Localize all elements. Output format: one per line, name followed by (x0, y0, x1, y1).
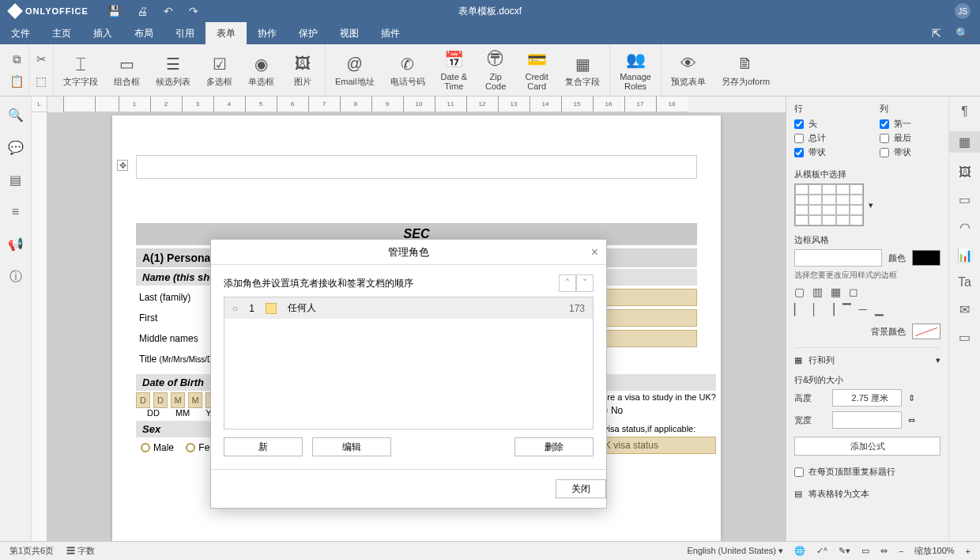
vertical-ruler[interactable] (32, 112, 47, 541)
dropdown-button[interactable]: ☰候选列表 (149, 51, 197, 89)
anchor-icon[interactable]: ✥ (117, 160, 128, 171)
zoom-out-icon[interactable]: − (899, 547, 903, 556)
chevron-down-icon[interactable]: ▾ (869, 200, 873, 210)
close-dialog-button[interactable]: 关闭 (556, 479, 606, 498)
sex-male-radio[interactable]: Male (141, 442, 174, 453)
chevron-down-icon[interactable]: ▾ (936, 355, 940, 365)
row-total-chk[interactable]: 总计 (794, 132, 856, 144)
image-settings-icon[interactable]: 🖼 (959, 165, 971, 180)
word-count[interactable]: ☰ 字数 (66, 545, 95, 557)
border-all-icon[interactable]: ▦ (831, 286, 841, 298)
move-down-button[interactable]: ˅ (576, 274, 594, 292)
zoom-in-icon[interactable]: + (966, 547, 971, 556)
track-changes-icon[interactable]: ✎▾ (839, 546, 850, 556)
user-avatar[interactable]: JS (955, 3, 971, 19)
manage-roles-button[interactable]: 👥Manage Roles (613, 46, 658, 94)
language-select[interactable]: English (United States) ▾ (687, 546, 783, 556)
border-left-icon[interactable]: ▏ (794, 303, 803, 316)
row-banded-chk[interactable]: 带状 (794, 146, 856, 158)
border-color-picker[interactable] (912, 250, 940, 266)
repeat-header-chk[interactable]: 在每页顶部重复标题行 (794, 466, 940, 478)
save-oform-button[interactable]: 🗎另存为oform (715, 51, 776, 89)
combobox-button[interactable]: ▭组合框 (107, 51, 146, 89)
distribute-cols-icon[interactable]: ⇔ (908, 415, 915, 426)
zoom-level[interactable]: 缩放100% (914, 545, 954, 557)
page-count[interactable]: 第1页共6页 (9, 545, 54, 557)
col-width-input[interactable] (832, 411, 902, 429)
row-header-chk[interactable]: 头 (794, 118, 856, 130)
search-icon[interactable]: 🔍 (956, 27, 969, 40)
horizontal-ruler[interactable]: 123456789101112131415161718 (63, 96, 688, 112)
print-icon[interactable]: 🖨 (137, 5, 148, 17)
globe-icon[interactable]: 🌐 (794, 546, 805, 556)
credit-card-button[interactable]: 💳Credit Card (518, 46, 556, 94)
shape-settings-icon[interactable]: ◠ (959, 220, 971, 235)
textart-icon[interactable]: Ta (958, 275, 971, 289)
complex-field-button[interactable]: ▦复合字段 (559, 51, 606, 89)
col-first-chk[interactable]: 第一 (880, 118, 941, 130)
undo-icon[interactable]: ↶ (164, 5, 173, 17)
tab-insert[interactable]: 插入 (82, 22, 123, 44)
comments-icon[interactable]: 💬 (8, 140, 24, 155)
form-settings-icon[interactable]: ▭ (959, 330, 971, 345)
text-field-button[interactable]: ⌶文字字段 (57, 51, 104, 89)
tab-view[interactable]: 视图 (329, 22, 370, 44)
paragraph-icon[interactable]: ¶ (961, 104, 968, 119)
role-row[interactable]: ○ 1 任何人 173 (224, 297, 593, 319)
copy-icon[interactable]: ⧉ (8, 51, 25, 68)
bg-color-picker[interactable] (912, 324, 940, 339)
border-width-select[interactable] (794, 249, 882, 267)
close-icon[interactable]: × (591, 245, 598, 259)
move-up-button[interactable]: ˄ (559, 274, 576, 292)
search-icon[interactable]: 🔍 (8, 108, 24, 123)
preview-form-button[interactable]: 👁预览表单 (665, 51, 712, 89)
tab-collab[interactable]: 协作 (247, 22, 288, 44)
new-role-button[interactable]: 新 (224, 437, 303, 456)
delete-role-button[interactable]: 删除 (514, 437, 594, 456)
border-inner-icon[interactable]: ▥ (812, 286, 823, 298)
distribute-rows-icon[interactable]: ⇕ (908, 393, 915, 403)
border-horiz-icon[interactable]: ─ (859, 303, 867, 316)
outline-icon[interactable]: ≡ (12, 205, 19, 219)
border-bottom-icon[interactable]: ▁ (875, 303, 884, 316)
open-file-icon[interactable]: ⇱ (932, 27, 941, 40)
datetime-button[interactable]: 📅Date & Time (435, 46, 474, 94)
image-button[interactable]: 🖼图片 (284, 51, 322, 89)
border-right-icon[interactable]: ▕ (826, 303, 835, 316)
fit-width-icon[interactable]: ⇔ (880, 546, 888, 556)
select-icon[interactable]: ⬚ (32, 73, 50, 90)
table-template-picker[interactable] (794, 184, 864, 226)
tab-plugins[interactable]: 插件 (370, 22, 411, 44)
phone-field-button[interactable]: ✆电话号码 (384, 51, 432, 89)
tab-forms[interactable]: 表单 (205, 22, 247, 44)
paste-icon[interactable]: 📋 (8, 73, 25, 90)
email-field-button[interactable]: @Email地址 (329, 51, 381, 89)
col-last-chk[interactable]: 最后 (880, 132, 941, 144)
redo-icon[interactable]: ↷ (189, 5, 198, 17)
tab-file[interactable]: 文件 (0, 22, 41, 44)
tab-protect[interactable]: 保护 (288, 22, 329, 44)
tab-home[interactable]: 主页 (41, 22, 82, 44)
feedback-icon[interactable]: 📢 (8, 236, 24, 252)
tab-layout[interactable]: 布局 (123, 22, 164, 44)
add-formula-button[interactable]: 添加公式 (794, 437, 940, 456)
cut-icon[interactable]: ✂ (32, 51, 50, 68)
border-outer-icon[interactable]: ▢ (794, 286, 805, 298)
table-settings-icon[interactable]: ▦ (949, 131, 980, 153)
chart-settings-icon[interactable]: 📊 (957, 248, 973, 263)
roles-list[interactable]: ○ 1 任何人 173 (224, 297, 594, 429)
row-height-input[interactable]: 2.75 厘米 (832, 389, 902, 407)
zip-button[interactable]: 〶Zip Code (477, 46, 514, 94)
border-top-icon[interactable]: ▔ (842, 303, 851, 316)
border-vert-icon[interactable]: │ (811, 303, 818, 316)
header-footer-icon[interactable]: ▭ (959, 192, 971, 207)
mail-merge-icon[interactable]: ✉ (959, 302, 970, 317)
save-icon[interactable]: 💾 (107, 5, 121, 17)
border-none-icon[interactable]: ◻ (849, 286, 858, 298)
radio-button[interactable]: ◉单选框 (242, 51, 281, 89)
checkbox-button[interactable]: ☑多选框 (200, 51, 239, 89)
spellcheck-icon[interactable]: ✓ᴬ (816, 546, 827, 556)
headings-icon[interactable]: ▤ (9, 172, 21, 187)
info-icon[interactable]: ⓘ (9, 269, 22, 286)
col-banded-chk[interactable]: 带状 (880, 146, 941, 158)
